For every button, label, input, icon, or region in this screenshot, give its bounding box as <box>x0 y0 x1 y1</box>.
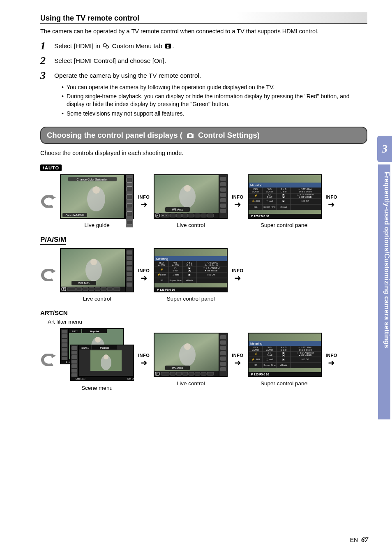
step-1: 1 Select [HDMI] in Custom Menu tab D. <box>40 41 367 51</box>
svg-text:⚡± 0.0: ⚡± 0.0 <box>251 358 260 361</box>
svg-text:⚡± 0.0: ⚡± 0.0 <box>157 273 166 276</box>
svg-rect-138 <box>62 348 67 352</box>
svg-text:S-AF: S-AF <box>173 269 178 272</box>
step-3: 3 Operate the camera by using the TV rem… <box>40 70 367 81</box>
svg-text:Set OK: Set OK <box>127 377 134 380</box>
svg-text:▣: ▣ <box>282 358 285 361</box>
svg-text:● Off    sRGB: ● Off sRGB <box>299 354 311 357</box>
svg-rect-176 <box>220 340 226 345</box>
bullet-item: Some televisions may not support all fea… <box>62 110 367 118</box>
svg-point-9 <box>92 186 100 194</box>
arrow-right-icon: ➜ <box>234 274 241 282</box>
scp-title: Metering <box>250 183 262 187</box>
svg-rect-135 <box>62 334 67 338</box>
svg-text:Super Fine: Super Fine <box>170 279 182 282</box>
intro-text: The camera can be operated by a TV remot… <box>40 28 367 36</box>
svg-text:⊛ ± 0   ⊚ ± 0: ⊛ ± 0 ⊚ ± 0 <box>299 349 312 351</box>
svg-rect-134 <box>62 330 67 333</box>
lc-mode: P <box>157 214 159 217</box>
svg-text:+RAW: +RAW <box>186 279 194 282</box>
info-label: INFO <box>138 194 150 199</box>
caption-live-control: Live control <box>60 296 134 302</box>
cycle-arrow-icon <box>40 269 56 281</box>
svg-rect-181 <box>220 367 226 371</box>
svg-text:S-AF: S-AF <box>267 354 272 357</box>
caption-live-control: Live control <box>154 222 228 228</box>
svg-rect-33 <box>201 214 206 217</box>
live-guide-icons <box>126 175 133 227</box>
artscn-row: ART 1 Pop Art Exit ▢▢ SCN 1 Portrait Exi… <box>40 328 367 391</box>
svg-point-4 <box>189 134 192 137</box>
svg-rect-180 <box>220 362 226 366</box>
svg-rect-92 <box>101 287 106 291</box>
svg-rect-153 <box>71 351 77 354</box>
step-text: Select [HDMI Control] and choose [On]. <box>54 56 166 66</box>
svg-text:IS1: IS1 <box>254 364 258 366</box>
svg-rect-89 <box>83 287 88 291</box>
svg-rect-91 <box>95 287 100 291</box>
svg-text:Metering: Metering <box>250 342 262 345</box>
svg-rect-154 <box>71 355 77 359</box>
svg-rect-19 <box>220 188 226 192</box>
art-scene-menus: ART 1 Pop Art Exit ▢▢ SCN 1 Portrait Exi… <box>60 328 134 391</box>
page-num: 67 <box>361 536 368 544</box>
svg-marker-131 <box>51 354 56 358</box>
info-label: INFO <box>232 268 243 273</box>
svg-rect-34 <box>207 214 214 217</box>
svg-text:S-AF: S-AF <box>267 196 272 198</box>
svg-text:[∎]: [∎] <box>188 269 191 272</box>
svg-rect-157 <box>71 369 77 373</box>
cycle-arrow-icon <box>40 195 56 208</box>
super-control-panel: Metering ISOAUTO WBAUTO A ± 0G ± 0 ⬨ NAT… <box>248 174 322 228</box>
svg-text:AUTO: AUTO <box>172 264 179 266</box>
svg-rect-75 <box>127 250 132 255</box>
svg-text:▣: ▣ <box>282 200 285 202</box>
info-label: INFO <box>232 353 243 358</box>
svg-text:[∎]: [∎] <box>282 196 285 198</box>
svg-rect-193 <box>201 372 206 375</box>
bullet-item: During single-frame playback, you can di… <box>62 93 367 108</box>
arrow-right-icon: ➜ <box>141 359 148 367</box>
svg-rect-188 <box>170 372 175 375</box>
svg-text:⚡: ⚡ <box>254 194 257 197</box>
svg-text:Super Fine: Super Fine <box>263 206 276 208</box>
svg-rect-178 <box>220 351 226 355</box>
svg-text:IS1: IS1 <box>160 279 164 282</box>
svg-rect-79 <box>127 272 132 276</box>
svg-rect-179 <box>220 357 226 361</box>
caption-scene-menu: Scene menu <box>60 385 134 391</box>
svg-rect-21 <box>220 198 226 202</box>
svg-rect-88 <box>76 287 82 291</box>
svg-text:AUTO: AUTO <box>252 349 259 351</box>
iauto-badge: AUTO <box>40 164 62 171</box>
svg-text:IS1: IS1 <box>254 206 258 208</box>
svg-point-15 <box>184 185 191 192</box>
svg-point-143 <box>95 337 101 343</box>
svg-rect-17 <box>220 177 226 181</box>
step-number: 2 <box>40 56 49 66</box>
svg-rect-140 <box>62 357 67 361</box>
svg-text:● Off    sRGB: ● Off sRGB <box>299 196 311 198</box>
iauto-row: Change Color Saturation Cancel ▸MENU Liv… <box>40 174 367 228</box>
svg-text:P: P <box>157 373 159 375</box>
svg-rect-156 <box>71 364 77 368</box>
svg-text:P        125   F5.6           : P 125 F5.6 36 <box>157 288 175 291</box>
svg-rect-76 <box>127 256 132 260</box>
svg-text:SCN  1: SCN 1 <box>81 347 89 349</box>
svg-text:AUTO: AUTO <box>266 190 273 193</box>
svg-rect-93 <box>107 287 113 291</box>
svg-text:⊛ ± 0   ⊚ ± 0: ⊛ ± 0 ⊚ ± 0 <box>205 264 218 266</box>
svg-text:⬚ mall: ⬚ mall <box>265 200 273 202</box>
arrow-right-icon: ➜ <box>234 359 241 367</box>
svg-text:ND Off: ND Off <box>208 273 215 276</box>
svg-rect-31 <box>189 214 194 217</box>
step-text: Operate the camera by using the TV remot… <box>54 70 201 81</box>
svg-text:+RAW: +RAW <box>280 364 287 366</box>
svg-text:Metering: Metering <box>156 257 168 261</box>
svg-text:WB Auto: WB Auto <box>172 366 183 369</box>
svg-text:D: D <box>167 44 170 48</box>
step1-period: . <box>172 42 174 49</box>
section-title: Using the TV remote control <box>40 12 367 24</box>
svg-text:Super Fine: Super Fine <box>263 364 276 366</box>
svg-rect-67 <box>249 210 321 214</box>
